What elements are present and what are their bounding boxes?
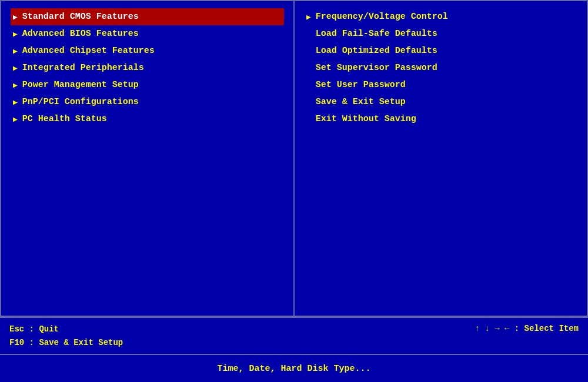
status-left: Esc : Quit F10 : Save & Exit Setup <box>9 323 123 349</box>
right-menu-item-0[interactable]: ▶Frequency/Voltage Control <box>304 8 577 25</box>
right-arrow-icon-0: ▶ <box>306 12 311 22</box>
left-menu-label-0: Standard CMOS Features <box>22 12 139 22</box>
right-menu-item-2[interactable]: Load Optimized Defaults <box>304 42 577 59</box>
right-menu-item-3[interactable]: Set Supervisor Password <box>304 59 577 76</box>
arrow-icon-5: ▶ <box>13 98 18 107</box>
right-menu-label-4: Set User Password <box>316 80 406 90</box>
left-menu-item-2[interactable]: ▶Advanced Chipset Features <box>11 42 284 59</box>
left-menu-label-4: Power Management Setup <box>22 80 139 90</box>
left-menu-label-5: PnP/PCI Configurations <box>22 97 139 107</box>
left-menu-item-4[interactable]: ▶Power Management Setup <box>11 76 284 93</box>
arrow-icon-3: ▶ <box>13 63 18 73</box>
right-arrow-spacer-5 <box>306 98 311 106</box>
right-arrow-spacer-1 <box>306 29 311 38</box>
right-menu-item-4[interactable]: Set User Password <box>304 76 577 93</box>
left-menu-item-3[interactable]: ▶Integrated Peripherials <box>11 59 284 76</box>
arrow-icon-6: ▶ <box>13 115 18 124</box>
right-menu-label-5: Save & Exit Setup <box>316 97 406 107</box>
arrow-icon-4: ▶ <box>13 81 18 90</box>
status-right: ↑ ↓ → ← : Select Item <box>475 323 579 333</box>
right-panel: ▶Frequency/Voltage Control Load Fail-Saf… <box>295 1 587 316</box>
left-menu-item-5[interactable]: ▶PnP/PCI Configurations <box>11 93 284 110</box>
description-text: Time, Date, Hard Disk Type... <box>217 364 370 374</box>
right-menu-item-1[interactable]: Load Fail-Safe Defaults <box>304 25 577 42</box>
arrow-icon-1: ▶ <box>13 29 18 39</box>
right-arrow-spacer-3 <box>306 63 311 72</box>
arrow-icon-2: ▶ <box>13 46 18 56</box>
left-menu-item-1[interactable]: ▶Advanced BIOS Features <box>11 25 284 42</box>
right-menu-item-5[interactable]: Save & Exit Setup <box>304 93 577 110</box>
left-menu-item-6[interactable]: ▶PC Health Status <box>11 110 284 128</box>
status-bar: Esc : Quit F10 : Save & Exit Setup ↑ ↓ →… <box>0 317 588 354</box>
right-menu-label-2: Load Optimized Defaults <box>316 46 437 56</box>
right-arrow-spacer-4 <box>306 81 311 89</box>
description-bar: Time, Date, Hard Disk Type... <box>0 354 588 382</box>
esc-quit-label: Esc : Quit <box>9 323 123 336</box>
right-menu-item-6[interactable]: Exit Without Saving <box>304 110 577 128</box>
left-menu-label-3: Integrated Peripherials <box>22 63 144 73</box>
right-menu-label-3: Set Supervisor Password <box>316 63 437 73</box>
arrow-icon-0: ▶ <box>13 12 18 22</box>
right-arrow-spacer-2 <box>306 46 311 55</box>
left-menu-item-0[interactable]: ▶Standard CMOS Features <box>11 8 284 25</box>
right-menu-label-6: Exit Without Saving <box>316 114 416 124</box>
f10-label: F10 : Save & Exit Setup <box>9 336 123 349</box>
left-menu-label-1: Advanced BIOS Features <box>22 29 139 39</box>
right-menu-label-1: Load Fail-Safe Defaults <box>316 29 437 39</box>
right-arrow-spacer-6 <box>306 115 311 123</box>
left-menu-label-2: Advanced Chipset Features <box>22 46 155 56</box>
left-menu-label-6: PC Health Status <box>22 114 107 124</box>
right-menu-label-0: Frequency/Voltage Control <box>316 12 448 22</box>
left-panel: ▶Standard CMOS Features▶Advanced BIOS Fe… <box>1 1 295 316</box>
main-area: ▶Standard CMOS Features▶Advanced BIOS Fe… <box>0 0 588 317</box>
